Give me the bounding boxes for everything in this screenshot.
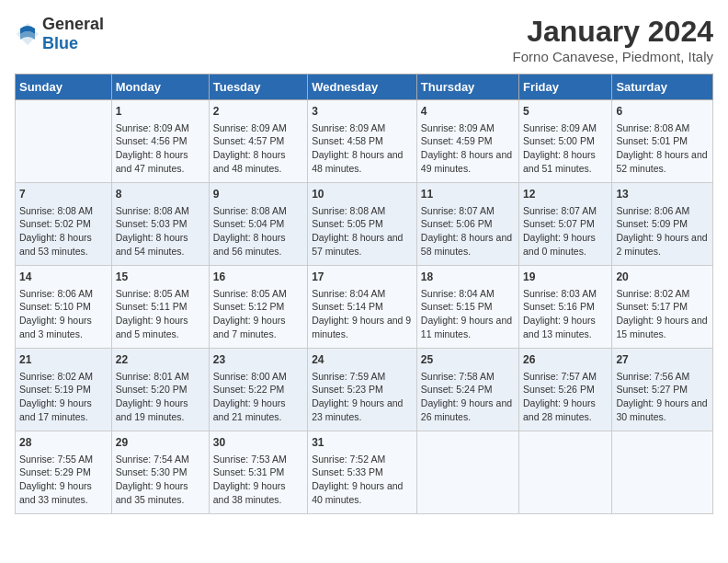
calendar-cell: 17Sunrise: 8:04 AMSunset: 5:14 PMDayligh…: [308, 266, 417, 349]
sunset: Sunset: 5:24 PM: [421, 384, 493, 395]
day-number: 7: [19, 187, 108, 202]
sunset: Sunset: 5:01 PM: [616, 135, 688, 146]
day-number: 21: [19, 352, 108, 368]
weekday-header-sunday: Sunday: [16, 75, 112, 100]
calendar-cell: 25Sunrise: 7:58 AMSunset: 5:24 PMDayligh…: [416, 349, 518, 431]
sunset: Sunset: 5:02 PM: [19, 218, 91, 229]
cell-content: Sunrise: 8:01 AMSunset: 5:20 PMDaylight:…: [116, 370, 205, 424]
daylight: Daylight: 9 hours and 11 minutes.: [421, 315, 512, 339]
sunrise: Sunrise: 8:09 AM: [116, 122, 189, 133]
sunset: Sunset: 5:09 PM: [616, 218, 688, 229]
sunset: Sunset: 5:00 PM: [523, 135, 595, 146]
cell-content: Sunrise: 8:09 AMSunset: 4:58 PMDaylight:…: [312, 121, 413, 176]
cell-content: Sunrise: 7:54 AMSunset: 5:30 PMDaylight:…: [116, 453, 205, 507]
sunset: Sunset: 5:31 PM: [213, 466, 285, 477]
calendar-cell: 22Sunrise: 8:01 AMSunset: 5:20 PMDayligh…: [111, 349, 209, 431]
sunrise: Sunrise: 8:06 AM: [616, 205, 689, 216]
sunrise: Sunrise: 8:09 AM: [312, 122, 385, 133]
daylight: Daylight: 9 hours and 5 minutes.: [116, 315, 188, 339]
calendar-cell: 15Sunrise: 8:05 AMSunset: 5:11 PMDayligh…: [111, 266, 209, 349]
sunrise: Sunrise: 8:07 AM: [421, 205, 495, 216]
daylight: Daylight: 9 hours and 40 minutes.: [312, 480, 403, 505]
day-number: 5: [523, 104, 608, 120]
sunrise: Sunrise: 8:04 AM: [421, 288, 495, 299]
calendar-cell: 6Sunrise: 8:08 AMSunset: 5:01 PMDaylight…: [612, 100, 713, 183]
calendar-cell: [612, 431, 713, 514]
cell-content: Sunrise: 8:08 AMSunset: 5:01 PMDaylight:…: [616, 121, 709, 176]
daylight: Daylight: 8 hours and 56 minutes.: [213, 232, 286, 257]
sunrise: Sunrise: 8:06 AM: [19, 288, 93, 299]
sunrise: Sunrise: 8:00 AM: [213, 371, 287, 382]
calendar-cell: 4Sunrise: 8:09 AMSunset: 4:59 PMDaylight…: [416, 100, 518, 183]
day-number: 14: [19, 270, 108, 285]
location: Forno Canavese, Piedmont, Italy: [513, 49, 713, 64]
calendar-cell: 9Sunrise: 8:08 AMSunset: 5:04 PMDaylight…: [209, 183, 307, 266]
calendar-cell: 16Sunrise: 8:05 AMSunset: 5:12 PMDayligh…: [209, 266, 307, 349]
day-number: 19: [523, 270, 608, 285]
cell-content: Sunrise: 7:52 AMSunset: 5:33 PMDaylight:…: [312, 453, 413, 507]
weekday-header-row: SundayMondayTuesdayWednesdayThursdayFrid…: [16, 75, 713, 100]
cell-content: Sunrise: 7:59 AMSunset: 5:23 PMDaylight:…: [312, 370, 413, 424]
sunset: Sunset: 5:07 PM: [523, 218, 595, 229]
sunrise: Sunrise: 8:02 AM: [616, 288, 689, 299]
sunset: Sunset: 5:11 PM: [116, 301, 188, 312]
sunset: Sunset: 5:29 PM: [19, 466, 91, 477]
calendar-cell: 31Sunrise: 7:52 AMSunset: 5:33 PMDayligh…: [308, 431, 417, 514]
daylight: Daylight: 8 hours and 52 minutes.: [616, 149, 707, 174]
sunset: Sunset: 5:17 PM: [616, 301, 688, 312]
sunrise: Sunrise: 8:02 AM: [19, 371, 93, 382]
logo: General Blue: [15, 15, 104, 53]
calendar-cell: 23Sunrise: 8:00 AMSunset: 5:22 PMDayligh…: [209, 349, 307, 431]
day-number: 27: [616, 352, 709, 368]
calendar-cell: 19Sunrise: 8:03 AMSunset: 5:16 PMDayligh…: [519, 266, 612, 349]
cell-content: Sunrise: 8:05 AMSunset: 5:12 PMDaylight:…: [213, 287, 303, 341]
day-number: 15: [116, 270, 205, 285]
day-number: 24: [312, 352, 413, 368]
sunrise: Sunrise: 7:56 AM: [616, 371, 689, 382]
sunset: Sunset: 5:16 PM: [523, 301, 595, 312]
month-title: January 2024: [513, 15, 713, 49]
calendar-week-row: 28Sunrise: 7:55 AMSunset: 5:29 PMDayligh…: [16, 431, 713, 514]
logo-general-text: General: [42, 15, 104, 33]
daylight: Daylight: 8 hours and 48 minutes.: [312, 149, 403, 174]
daylight: Daylight: 9 hours and 13 minutes.: [523, 315, 596, 339]
logo-icon: [15, 21, 40, 47]
daylight: Daylight: 8 hours and 48 minutes.: [213, 149, 286, 174]
sunset: Sunset: 5:19 PM: [19, 384, 91, 395]
daylight: Daylight: 9 hours and 30 minutes.: [616, 397, 707, 422]
day-number: 2: [213, 104, 303, 120]
sunrise: Sunrise: 8:05 AM: [116, 288, 189, 299]
calendar-cell: [416, 431, 518, 514]
calendar-cell: 18Sunrise: 8:04 AMSunset: 5:15 PMDayligh…: [416, 266, 518, 349]
calendar-cell: 26Sunrise: 7:57 AMSunset: 5:26 PMDayligh…: [519, 349, 612, 431]
calendar-week-row: 21Sunrise: 8:02 AMSunset: 5:19 PMDayligh…: [16, 349, 713, 431]
sunrise: Sunrise: 8:08 AM: [312, 205, 385, 216]
sunrise: Sunrise: 7:53 AM: [213, 454, 287, 465]
calendar-cell: [519, 431, 612, 514]
daylight: Daylight: 9 hours and 28 minutes.: [523, 397, 596, 422]
day-number: 9: [213, 187, 303, 202]
cell-content: Sunrise: 8:08 AMSunset: 5:03 PMDaylight:…: [116, 204, 205, 259]
sunrise: Sunrise: 8:08 AM: [213, 205, 287, 216]
daylight: Daylight: 9 hours and 17 minutes.: [19, 397, 92, 422]
calendar-cell: 2Sunrise: 8:09 AMSunset: 4:57 PMDaylight…: [209, 100, 307, 183]
sunset: Sunset: 5:12 PM: [213, 301, 285, 312]
calendar-table: SundayMondayTuesdayWednesdayThursdayFrid…: [15, 74, 713, 514]
calendar-week-row: 1Sunrise: 8:09 AMSunset: 4:56 PMDaylight…: [16, 100, 713, 183]
sunset: Sunset: 5:30 PM: [116, 466, 188, 477]
daylight: Daylight: 8 hours and 51 minutes.: [523, 149, 596, 174]
daylight: Daylight: 8 hours and 57 minutes.: [312, 232, 403, 257]
sunrise: Sunrise: 8:08 AM: [116, 205, 189, 216]
weekday-header-friday: Friday: [519, 75, 612, 100]
cell-content: Sunrise: 8:09 AMSunset: 5:00 PMDaylight:…: [523, 121, 608, 176]
cell-content: Sunrise: 8:08 AMSunset: 5:05 PMDaylight:…: [312, 204, 413, 259]
daylight: Daylight: 8 hours and 47 minutes.: [116, 149, 188, 174]
sunset: Sunset: 5:23 PM: [312, 384, 383, 395]
calendar-body: 1Sunrise: 8:09 AMSunset: 4:56 PMDaylight…: [16, 100, 713, 514]
sunrise: Sunrise: 8:08 AM: [616, 122, 689, 133]
calendar-cell: 29Sunrise: 7:54 AMSunset: 5:30 PMDayligh…: [111, 431, 209, 514]
sunrise: Sunrise: 8:03 AM: [523, 288, 597, 299]
day-number: 12: [523, 187, 608, 202]
cell-content: Sunrise: 8:04 AMSunset: 5:14 PMDaylight:…: [312, 287, 413, 341]
weekday-header-saturday: Saturday: [612, 75, 713, 100]
